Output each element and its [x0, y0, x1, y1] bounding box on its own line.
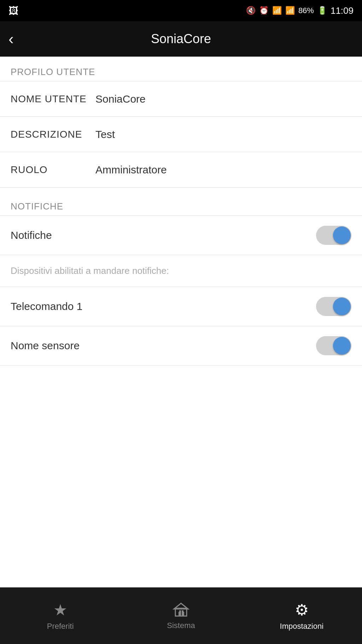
notifiche-toggle[interactable]	[316, 226, 351, 245]
tab-preferiti[interactable]: ★ Preferiti	[0, 587, 121, 644]
tab-impostazioni-label: Impostazioni	[280, 622, 324, 631]
nome-utente-value: SoniaCore	[95, 93, 351, 105]
tab-sistema-label: Sistema	[167, 621, 195, 630]
telecomando-toggle[interactable]	[316, 297, 351, 316]
ruolo-row: RUOLO Amministratore	[0, 152, 362, 188]
telecomando-toggle-container	[316, 297, 351, 316]
battery-percent: 86%	[298, 6, 314, 15]
nome-sensore-toggle-container	[316, 336, 351, 355]
notifiche-toggle-thumb	[333, 226, 351, 244]
svg-rect-4	[179, 610, 181, 612]
image-icon: 🖼	[8, 5, 18, 17]
descrizione-row: DESCRIZIONE Test	[0, 117, 362, 152]
back-button[interactable]: ‹	[8, 31, 14, 47]
nome-sensore-toggle[interactable]	[316, 336, 351, 355]
battery-icon: 🔋	[317, 6, 327, 15]
notifications-section-label: NOTIFICHE	[11, 201, 63, 212]
ruolo-value: Amministratore	[95, 164, 351, 176]
telecomando-toggle-thumb	[333, 298, 351, 315]
nome-utente-label: NOME UTENTE	[11, 93, 95, 105]
nome-sensore-toggle-thumb	[333, 337, 351, 355]
alarm-icon: ⏰	[259, 6, 269, 15]
tab-preferiti-label: Preferiti	[47, 622, 74, 631]
notifiche-toggle-container	[316, 226, 351, 245]
status-bar: 🖼 🔇 ⏰ 📶 📶 86% 🔋 11:09	[0, 0, 362, 21]
profile-section-header: PROFILO UTENTE	[0, 57, 362, 81]
notifications-section-header: NOTIFICHE	[0, 188, 362, 216]
status-icons: 🔇 ⏰ 📶 📶 86% 🔋 11:09	[246, 5, 354, 16]
telecomando-row: Telecomando 1	[0, 287, 362, 326]
header-title: SoniaCore	[151, 31, 211, 46]
status-bar-left-icon: 🖼	[8, 5, 242, 17]
gear-icon: ⚙	[295, 601, 309, 619]
nome-sensore-label: Nome sensore	[11, 340, 316, 352]
star-icon: ★	[53, 601, 67, 619]
svg-rect-3	[182, 612, 184, 616]
ruolo-label: RUOLO	[11, 164, 95, 176]
notifiche-label: Notifiche	[11, 229, 316, 241]
tab-sistema[interactable]: Sistema	[121, 587, 241, 644]
profile-section-label: PROFILO UTENTE	[11, 67, 95, 77]
header: ‹ SoniaCore	[0, 21, 362, 57]
svg-rect-2	[179, 612, 181, 616]
descrizione-label: DESCRIZIONE	[11, 129, 95, 140]
mute-icon: 🔇	[246, 6, 256, 15]
house-icon	[173, 601, 189, 618]
telecomando-label: Telecomando 1	[11, 300, 316, 312]
tab-impostazioni[interactable]: ⚙ Impostazioni	[241, 587, 362, 644]
hint-row: Dispositivi abilitati a mandare notifich…	[0, 255, 362, 287]
notifiche-row: Notifiche	[0, 216, 362, 255]
signal-icon: 📶	[285, 6, 295, 15]
nome-sensore-row: Nome sensore	[0, 326, 362, 366]
hint-text: Dispositivi abilitati a mandare notifich…	[11, 265, 169, 276]
tab-bar: ★ Preferiti Sistema ⚙ Impostazioni	[0, 587, 362, 644]
wifi-icon: 📶	[272, 6, 282, 15]
time-display: 11:09	[331, 5, 354, 16]
content-area: PROFILO UTENTE NOME UTENTE SoniaCore DES…	[0, 57, 362, 366]
descrizione-value: Test	[95, 128, 351, 140]
svg-rect-5	[182, 610, 183, 612]
nome-utente-row: NOME UTENTE SoniaCore	[0, 81, 362, 117]
